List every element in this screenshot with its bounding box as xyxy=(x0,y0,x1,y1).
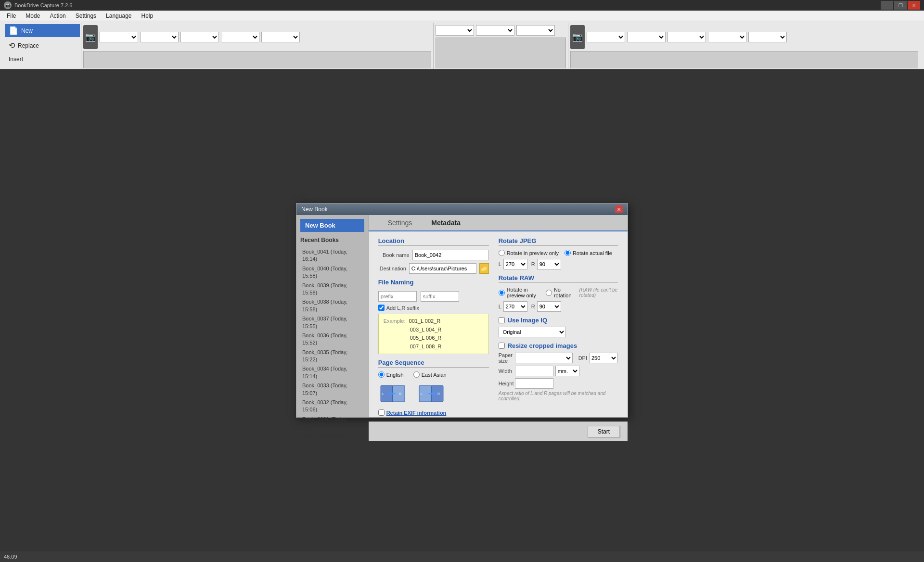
recent-item-2[interactable]: Book_0039 (Today, 15:58) xyxy=(300,281,364,298)
mid-cam-select-3[interactable] xyxy=(516,25,555,36)
modal-title: New Book xyxy=(301,206,328,213)
status-bar: 46:09 xyxy=(0,551,924,562)
raw-note: (RAW file can't be rotated) xyxy=(579,287,618,298)
left-cam-select-5[interactable] xyxy=(261,32,300,42)
rotate-raw-none-radio-item: No rotation xyxy=(546,287,572,298)
rotate-raw-none-radio[interactable] xyxy=(546,290,552,296)
retain-exif-label[interactable]: Retain EXIF information xyxy=(386,410,447,416)
start-button[interactable]: Start xyxy=(588,426,620,437)
recent-item-9[interactable]: Book_0032 (Today, 15:06) xyxy=(300,398,364,415)
jpeg-r-group: R 902700 xyxy=(531,259,561,269)
right-cam-select-5[interactable] xyxy=(748,32,787,42)
svg-text:L: L xyxy=(421,392,423,396)
recent-item-5[interactable]: Book_0036 (Today, 15:52) xyxy=(300,331,364,348)
modal-close-button[interactable]: ✕ xyxy=(615,205,623,213)
suffix-input[interactable] xyxy=(421,291,459,302)
example-line-0: 001_L 002_R xyxy=(409,318,441,324)
replace-button[interactable]: ⟲ Replace xyxy=(5,39,80,52)
prefix-input[interactable] xyxy=(378,291,417,302)
jpeg-r-label: R xyxy=(531,261,535,267)
right-cam-select-2[interactable] xyxy=(627,32,666,42)
left-cam-select-3[interactable] xyxy=(180,32,219,42)
rtl-book-icon: L R xyxy=(417,382,446,406)
recent-item-3[interactable]: Book_0038 (Today, 15:58) xyxy=(300,297,364,314)
recent-item-11[interactable]: Book_0030 (Today, 13:07) xyxy=(300,432,364,448)
rotate-raw-controls: L 270900 R 902700 xyxy=(499,301,618,312)
menu-action[interactable]: Action xyxy=(45,11,70,21)
insert-button[interactable]: Insert xyxy=(5,54,80,64)
tab-metadata[interactable]: Metadata xyxy=(422,215,470,230)
menu-mode[interactable]: Mode xyxy=(21,11,45,21)
aspect-note: Aspect ratio of L and R pages will be ma… xyxy=(499,391,618,401)
iq-select[interactable]: Original xyxy=(499,327,566,337)
left-camera-controls: 📷 xyxy=(83,25,431,49)
right-cam-select-1[interactable] xyxy=(587,32,625,42)
right-camera-icon: 📷 xyxy=(570,25,585,49)
mid-cam-select-1[interactable] xyxy=(436,25,474,36)
menu-language[interactable]: Language xyxy=(101,11,136,21)
resize-checkbox[interactable] xyxy=(499,343,505,349)
menu-help[interactable]: Help xyxy=(136,11,158,21)
retain-exif-checkbox[interactable] xyxy=(378,409,385,416)
width-input[interactable] xyxy=(515,366,553,376)
rotate-raw-preview-radio[interactable] xyxy=(499,290,505,296)
recent-section-title: Recent Books xyxy=(300,236,364,244)
east-asian-radio[interactable] xyxy=(413,371,420,378)
add-lr-suffix-checkbox[interactable] xyxy=(378,305,385,311)
recent-item-10[interactable]: Book_0031 (Today, 14:39) xyxy=(300,415,364,432)
dpi-select[interactable]: 250300400600 xyxy=(589,353,618,363)
right-cam-select-4[interactable] xyxy=(708,32,746,42)
sidebar-new-book: New Book xyxy=(300,219,364,232)
rotate-jpeg-preview-radio[interactable] xyxy=(499,250,505,256)
recent-item-8[interactable]: Book_0033 (Today, 15:07) xyxy=(300,381,364,398)
close-button[interactable]: ✕ xyxy=(908,1,920,10)
location-section-title: Location xyxy=(378,237,489,246)
restore-button[interactable]: ❐ xyxy=(894,1,907,10)
modal-titlebar: New Book ✕ xyxy=(296,204,628,215)
app-title: BookDrive Capture 7.2.6 xyxy=(14,2,881,8)
svg-text:R: R xyxy=(437,392,440,396)
browse-folder-button[interactable]: 📁 xyxy=(479,263,489,274)
destination-input[interactable] xyxy=(409,263,476,274)
menu-settings[interactable]: Settings xyxy=(71,11,101,21)
english-radio[interactable] xyxy=(378,371,385,378)
rotate-jpeg-actual-radio[interactable] xyxy=(565,250,571,256)
iq-checkbox[interactable] xyxy=(499,317,505,323)
book-name-input[interactable] xyxy=(412,250,489,260)
settings-content: Location Book name Destination 📁 xyxy=(369,231,628,422)
window-controls: – ❐ ✕ xyxy=(881,1,920,10)
file-naming-section-title: File Naming xyxy=(378,279,489,287)
left-cam-select-1[interactable] xyxy=(100,32,138,42)
raw-l-select[interactable]: 270900 xyxy=(503,301,527,312)
recent-item-0[interactable]: Book_0041 (Today, 16:14) xyxy=(300,247,364,264)
height-input[interactable] xyxy=(515,378,553,389)
resize-controls-height: Height xyxy=(499,378,618,389)
width-label: Width xyxy=(499,368,513,374)
recent-item-1[interactable]: Book_0040 (Today, 15:58) xyxy=(300,264,364,281)
new-button[interactable]: 📄 New xyxy=(5,24,80,37)
recent-item-6[interactable]: Book_0035 (Today, 15:22) xyxy=(300,348,364,365)
menu-file[interactable]: File xyxy=(2,11,21,21)
minimize-button[interactable]: – xyxy=(881,1,893,10)
height-group: Height xyxy=(499,378,553,389)
rotate-raw-none-label: No rotation xyxy=(554,287,572,298)
tab-settings[interactable]: Settings xyxy=(378,215,422,230)
ltr-book-icon-wrap: L R xyxy=(378,382,407,406)
unit-select[interactable]: mm.in.px xyxy=(555,366,579,376)
recent-item-4[interactable]: Book_0037 (Today, 15:55) xyxy=(300,314,364,331)
book-name-row: Book name xyxy=(378,250,489,260)
right-cam-select-3[interactable] xyxy=(667,32,706,42)
jpeg-r-select[interactable]: 902700 xyxy=(537,259,561,269)
modal-tabs: Settings Metadata xyxy=(369,215,628,231)
recent-item-7[interactable]: Book_0034 (Today, 15:14) xyxy=(300,364,364,381)
mid-cam-select-2[interactable] xyxy=(476,25,514,36)
raw-r-select[interactable]: 902700 xyxy=(537,301,561,312)
left-cam-select-2[interactable] xyxy=(140,32,179,42)
left-cam-select-4[interactable] xyxy=(221,32,259,42)
height-label: Height xyxy=(499,381,513,386)
jpeg-l-select[interactable]: 270900 xyxy=(503,259,527,269)
rtl-book-icon-wrap: L R xyxy=(417,382,446,406)
left-cam-progress xyxy=(83,51,431,68)
rotate-raw-title: Rotate RAW xyxy=(499,274,618,283)
paper-size-select[interactable] xyxy=(515,353,573,363)
